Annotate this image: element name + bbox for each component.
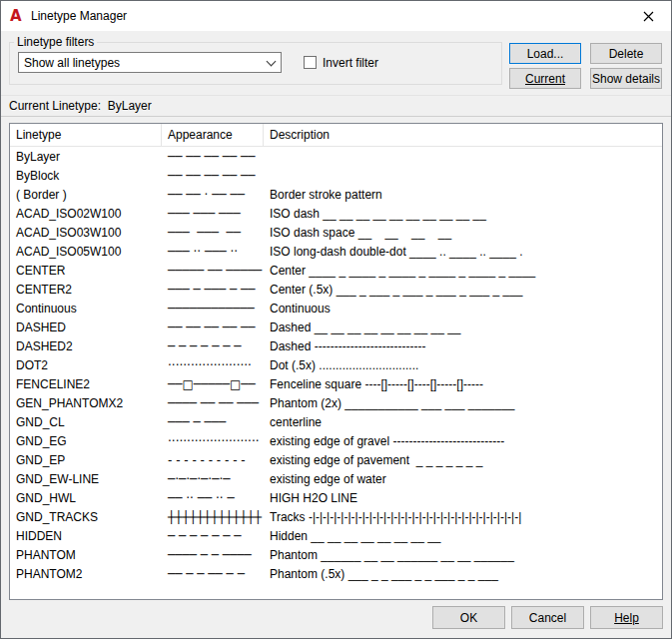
table-row[interactable]: ACAD_ISO03W100─── ─── ──ISO dash space _… (10, 223, 662, 242)
linetype-appearance: ── ── · ── ── (162, 188, 264, 202)
table-row[interactable]: GND_HWL── ·· ── ·· ─HIGH H2O LINE (10, 488, 662, 507)
linetype-appearance: ── ─ ─ ── ─ ─ (162, 567, 264, 581)
linetype-name: GEN_PHANTOMX2 (10, 396, 162, 410)
linetype-description: ISO dash __ __ __ __ __ __ __ __ __ __ (264, 207, 662, 221)
linetype-filter-value: Show all linetypes (19, 56, 261, 70)
linetype-name: ACAD_ISO03W100 (10, 226, 162, 240)
footer-buttons: OK Cancel Help (432, 606, 663, 629)
linetype-description: existing edge of gravel ----------------… (264, 434, 662, 448)
linetype-appearance: ─ ─ ─ ─ ─ ─ ─ (162, 339, 264, 353)
linetype-appearance: ─── ─── ── (162, 226, 264, 240)
cancel-button[interactable]: Cancel (511, 606, 584, 629)
linetype-filter-select[interactable]: Show all linetypes (18, 52, 282, 73)
linetype-appearance: ┼┼┼┼┼┼┼┼┼┼┼┼┼ (162, 510, 264, 524)
linetype-name: ( Border ) (10, 188, 162, 202)
linetype-name: CENTER (10, 264, 162, 278)
load-button[interactable]: Load... (509, 43, 581, 64)
linetype-name: PHANTOM (10, 548, 162, 562)
linetype-description: Continuous (264, 302, 662, 316)
linetype-description: Phantom ______ __ __ ______ __ __ ______ (264, 548, 662, 562)
linetype-manager-window: A Linetype Manager Linetype filters Show… (0, 0, 672, 639)
linetype-name: CENTER2 (10, 283, 162, 297)
invert-filter-checkbox[interactable] (304, 56, 317, 69)
table-row[interactable]: ByLayer── ── ── ── ── (10, 147, 662, 166)
invert-filter-label: Invert filter (323, 56, 378, 70)
show-details-button[interactable]: Show details (590, 68, 662, 89)
table-row[interactable]: GND_EG························existing e… (10, 431, 662, 450)
chevron-down-icon[interactable] (261, 53, 281, 72)
table-row[interactable]: DASHED2─ ─ ─ ─ ─ ─ ─Dashed -------------… (10, 336, 662, 355)
table-row[interactable]: CENTER───── ── ─────Center ____ _ ____ _… (10, 261, 662, 280)
table-row[interactable]: GND_EW-LINE─·─·─·─·─·─existing edge of w… (10, 469, 662, 488)
linetype-table-body: ByLayer── ── ── ── ──ByBlock── ── ── ── … (10, 147, 662, 583)
delete-button[interactable]: Delete (590, 43, 662, 64)
linetype-description: existing edge of water (264, 472, 662, 486)
linetype-description: Hidden __ __ __ __ __ __ __ __ (264, 529, 662, 543)
linetype-description: Dashed ---------------------------- (264, 339, 662, 353)
linetype-description: Phantom (2x) ___________ ___ ___ _______ (264, 396, 662, 410)
linetype-filters-group: Linetype filters Show all linetypes Inve… (9, 35, 502, 85)
table-row[interactable]: HIDDEN─ ─ ─ ─ ─ ─ ─Hidden __ __ __ __ __… (10, 526, 662, 545)
table-row[interactable]: Continuous────────────Continuous (10, 299, 662, 318)
table-row[interactable]: DASHED── ── ── ── ──Dashed __ __ __ __ _… (10, 318, 662, 336)
column-header-description[interactable]: Description (264, 124, 662, 146)
current-linetype-value: ByLayer (108, 99, 152, 113)
linetype-description: Phantom (.5x) ___ _ _ ___ _ _ ___ _ _ __… (264, 567, 662, 581)
table-row[interactable]: ByBlock── ── ── ── ── (10, 166, 662, 185)
linetype-table: Linetype Appearance Description ByLayer─… (9, 123, 663, 600)
table-row[interactable]: PHANTOM──── ─ ─ ────Phantom ______ __ __… (10, 545, 662, 564)
table-header: Linetype Appearance Description (10, 124, 662, 147)
linetype-appearance: ──□─────□── (162, 377, 264, 391)
table-row[interactable]: GND_CL─── ─ ───centerline (10, 412, 662, 431)
table-row[interactable]: ACAD_ISO05W100─── ·· ─── ··ISO long-dash… (10, 242, 662, 261)
table-row[interactable]: PHANTOM2── ─ ─ ── ─ ─Phantom (.5x) ___ _… (10, 564, 662, 583)
table-row[interactable]: ACAD_ISO02W100─── ─── ───ISO dash __ __ … (10, 204, 662, 223)
action-buttons: Load... Delete Current Show details (509, 43, 662, 89)
table-row[interactable]: GND_TRACKS┼┼┼┼┼┼┼┼┼┼┼┼┼Tracks -|-|-|-|-|… (10, 507, 662, 526)
invert-filter[interactable]: Invert filter (304, 56, 378, 70)
linetype-name: Continuous (10, 302, 162, 316)
close-button[interactable] (625, 1, 671, 31)
linetype-appearance: ─── ─ ─── ─ ── (162, 283, 264, 297)
current-linetype-label: Current Linetype: (9, 99, 101, 113)
autocad-logo-icon: A (10, 7, 31, 25)
linetype-name: FENCELINE2 (10, 377, 162, 391)
table-row[interactable]: ( Border )── ── · ── ──Border stroke pat… (10, 185, 662, 204)
current-button[interactable]: Current (509, 68, 581, 89)
linetype-filters-label: Linetype filters (14, 35, 97, 49)
linetype-description: HIGH H2O LINE (264, 491, 662, 505)
titlebar: A Linetype Manager (1, 1, 671, 31)
column-header-appearance[interactable]: Appearance (162, 124, 264, 146)
table-row[interactable]: GEN_PHANTOMX2──── ── ── ───Phantom (2x) … (10, 393, 662, 412)
linetype-appearance: ······················ (162, 358, 264, 372)
close-icon (643, 11, 654, 22)
linetype-description: Tracks -|-|-|-|-|-|-|-|-|-|-|-|-|-|-|-|-… (264, 510, 662, 524)
linetype-appearance: ───── ── ───── (162, 264, 264, 278)
filter-section: Linetype filters Show all linetypes Inve… (1, 31, 671, 95)
linetype-appearance: ── ── ── ── ── (162, 320, 264, 334)
linetype-description: existing edge of pavement _ _ _ _ _ _ _ (264, 453, 662, 467)
table-row[interactable]: DOT2······················Dot (.5x) ....… (10, 355, 662, 374)
ok-button[interactable]: OK (432, 606, 505, 629)
current-linetype-bar: Current Linetype: ByLayer (1, 95, 671, 117)
help-button[interactable]: Help (590, 606, 663, 629)
linetype-description: Dashed __ __ __ __ __ __ __ __ __ (264, 320, 662, 334)
linetype-appearance: ─·─·─·─·─·─ (162, 472, 264, 486)
linetype-description: Fenceline square ----[]-----[]----[]----… (264, 377, 662, 391)
linetype-name: ACAD_ISO02W100 (10, 207, 162, 221)
window-title: Linetype Manager (31, 9, 127, 23)
linetype-name: DASHED (10, 320, 162, 334)
table-row[interactable]: CENTER2─── ─ ─── ─ ──Center (.5x) ___ _ … (10, 280, 662, 299)
linetype-name: HIDDEN (10, 529, 162, 543)
linetype-name: ByLayer (10, 150, 162, 164)
linetype-appearance: ─── ·· ─── ·· (162, 245, 264, 259)
linetype-appearance: ──── ─ ─ ──── (162, 548, 264, 562)
linetype-name: GND_HWL (10, 491, 162, 505)
table-row[interactable]: GND_EP- - - - - - - - - -existing edge o… (10, 450, 662, 469)
linetype-name: GND_EW-LINE (10, 472, 162, 486)
column-header-linetype[interactable]: Linetype (10, 124, 162, 146)
table-row[interactable]: FENCELINE2──□─────□──Fenceline square --… (10, 374, 662, 393)
linetype-appearance: ························ (162, 434, 264, 448)
linetype-name: ByBlock (10, 169, 162, 183)
linetype-description: Dot (.5x) .............................. (264, 358, 662, 372)
